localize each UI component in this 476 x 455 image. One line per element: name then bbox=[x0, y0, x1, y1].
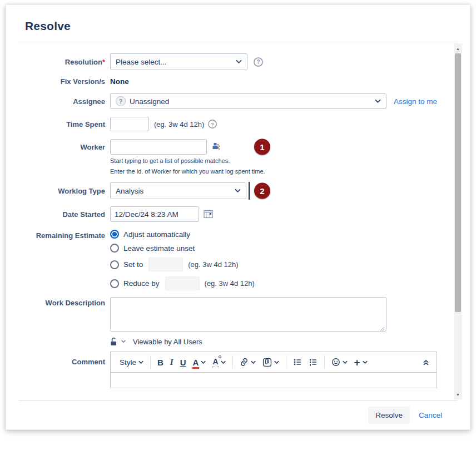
worker-label: Worker bbox=[22, 143, 105, 151]
radio-option-set-to: Set to (eg. 3w 4d 12h) bbox=[110, 258, 255, 271]
avatar-unknown-icon: ? bbox=[116, 96, 126, 106]
resolve-button[interactable]: Resolve bbox=[368, 407, 410, 424]
svg-text:?: ? bbox=[256, 59, 260, 65]
comment-textarea[interactable] bbox=[110, 373, 437, 388]
radio-reduce-by[interactable] bbox=[110, 279, 119, 288]
style-dropdown-label: Style bbox=[120, 358, 136, 367]
numbered-list-icon bbox=[309, 358, 318, 367]
reduce-by-hint: (eg. 3w 4d 12h) bbox=[205, 279, 255, 288]
resolution-select[interactable]: Please select... bbox=[110, 53, 247, 70]
radio-leave-estimate-unset[interactable] bbox=[110, 244, 119, 253]
dialog-header: Resolve bbox=[6, 5, 470, 42]
time-spent-input[interactable] bbox=[110, 117, 149, 131]
underline-button[interactable]: U bbox=[177, 354, 190, 370]
fix-versions-value: None bbox=[110, 77, 129, 86]
bullet-list-button[interactable] bbox=[290, 354, 305, 370]
assignee-label: Assignee bbox=[22, 97, 105, 106]
worker-helper-1: Start typing to get a list of possible m… bbox=[110, 157, 444, 164]
text-style-icon: A bbox=[212, 357, 218, 367]
assign-to-me-link[interactable]: Assign to me bbox=[394, 97, 437, 106]
chevron-down-icon bbox=[138, 360, 143, 364]
text-color-icon: A bbox=[193, 358, 199, 367]
collapse-icon bbox=[422, 358, 430, 366]
visibility-row: Viewable by All Users bbox=[110, 337, 444, 346]
chevron-down-icon bbox=[235, 189, 241, 193]
cancel-link[interactable]: Cancel bbox=[419, 411, 442, 419]
date-started-label: Date Started bbox=[22, 210, 105, 219]
resolve-dialog: Resolve Resolution* Please select... ? F… bbox=[6, 4, 470, 430]
style-dropdown[interactable]: Style bbox=[116, 354, 147, 370]
user-picker-icon[interactable] bbox=[211, 142, 220, 151]
chevron-down-icon bbox=[221, 360, 226, 364]
page-title: Resolve bbox=[25, 19, 451, 33]
assignee-row: Assignee ? Unassigned Assign to me bbox=[22, 93, 444, 109]
text-style-button[interactable]: A bbox=[209, 354, 229, 370]
insert-more-button[interactable]: + bbox=[351, 354, 371, 370]
fix-versions-row: Fix Version/s None bbox=[22, 77, 444, 86]
radio-label[interactable]: Leave estimate unset bbox=[123, 244, 195, 253]
resolution-label: Resolution* bbox=[22, 58, 105, 66]
fix-versions-label: Fix Version/s bbox=[22, 77, 105, 86]
dialog-content: Resolution* Please select... ? Fix Versi… bbox=[6, 42, 470, 400]
work-description-row: Work Description bbox=[22, 297, 444, 334]
work-description-wrap bbox=[110, 297, 386, 334]
worklog-type-value: Analysis bbox=[116, 187, 235, 195]
radio-set-to[interactable] bbox=[110, 260, 119, 269]
comment-editor: Style B I U A A bbox=[110, 352, 437, 388]
worklog-type-select[interactable]: Analysis bbox=[110, 182, 246, 199]
visibility-text: Viewable by All Users bbox=[133, 338, 202, 346]
chevron-down-icon[interactable] bbox=[121, 340, 126, 343]
italic-button[interactable]: I bbox=[167, 354, 177, 370]
required-mark: * bbox=[102, 58, 105, 66]
set-to-hint: (eg. 3w 4d 12h) bbox=[188, 260, 238, 269]
attachment-icon bbox=[262, 358, 272, 367]
annotation-line bbox=[249, 182, 250, 200]
toolbar-divider bbox=[150, 355, 151, 369]
scrollbar-track[interactable]: ▲ ▼ bbox=[454, 43, 462, 399]
italic-icon: I bbox=[170, 358, 173, 367]
time-spent-hint: (eg. 3w 4d 12h) bbox=[154, 120, 204, 128]
chevron-down-icon bbox=[375, 99, 381, 103]
help-icon[interactable]: ? bbox=[207, 119, 217, 129]
scrollbar-thumb[interactable] bbox=[455, 53, 461, 312]
radio-adjust-automatically[interactable] bbox=[110, 230, 119, 239]
remaining-estimate-label: Remaining Estimate bbox=[22, 230, 105, 240]
link-icon bbox=[240, 358, 249, 367]
remaining-estimate-options: Adjust automatically Leave estimate unse… bbox=[110, 230, 255, 290]
date-started-input[interactable] bbox=[110, 206, 199, 222]
dialog-footer: Resolve Cancel bbox=[18, 400, 458, 429]
numbered-list-button[interactable] bbox=[305, 354, 321, 370]
toolbar-divider bbox=[324, 355, 325, 369]
lock-open-icon[interactable] bbox=[110, 337, 118, 346]
radio-label[interactable]: Reduce by bbox=[123, 279, 160, 288]
scroll-down-icon[interactable]: ▼ bbox=[454, 390, 462, 398]
scroll-up-icon[interactable]: ▲ bbox=[454, 44, 462, 52]
help-icon[interactable]: ? bbox=[253, 57, 264, 67]
bold-icon: B bbox=[157, 358, 163, 367]
chevron-down-icon bbox=[343, 360, 348, 364]
bold-button[interactable]: B bbox=[154, 354, 167, 370]
emoji-button[interactable] bbox=[328, 354, 351, 370]
remaining-estimate-row: Remaining Estimate Adjust automatically … bbox=[22, 230, 444, 290]
reduce-by-input[interactable] bbox=[165, 276, 200, 290]
text-color-button[interactable]: A bbox=[190, 354, 210, 370]
bullet-list-icon bbox=[293, 358, 302, 367]
assignee-select[interactable]: ? Unassigned bbox=[110, 93, 386, 109]
resolution-value: Please select... bbox=[116, 58, 236, 66]
set-to-input[interactable] bbox=[148, 258, 183, 271]
worklog-type-row: Worklog Type Analysis 2 bbox=[22, 182, 444, 200]
svg-text:?: ? bbox=[211, 121, 214, 127]
radio-label[interactable]: Set to bbox=[123, 260, 143, 269]
collapse-toolbar-button[interactable] bbox=[419, 354, 431, 370]
worker-input[interactable] bbox=[110, 139, 207, 155]
radio-option-leave-unset: Leave estimate unset bbox=[110, 244, 255, 253]
attachment-button[interactable] bbox=[259, 354, 282, 370]
work-description-label: Work Description bbox=[22, 297, 105, 307]
link-button[interactable] bbox=[236, 354, 259, 370]
toolbar-divider bbox=[286, 355, 286, 369]
calendar-icon[interactable] bbox=[204, 210, 213, 219]
radio-label[interactable]: Adjust automatically bbox=[123, 230, 190, 239]
work-description-textarea[interactable] bbox=[110, 297, 386, 332]
chevron-down-icon bbox=[274, 360, 279, 364]
time-spent-label: Time Spent bbox=[22, 120, 105, 128]
